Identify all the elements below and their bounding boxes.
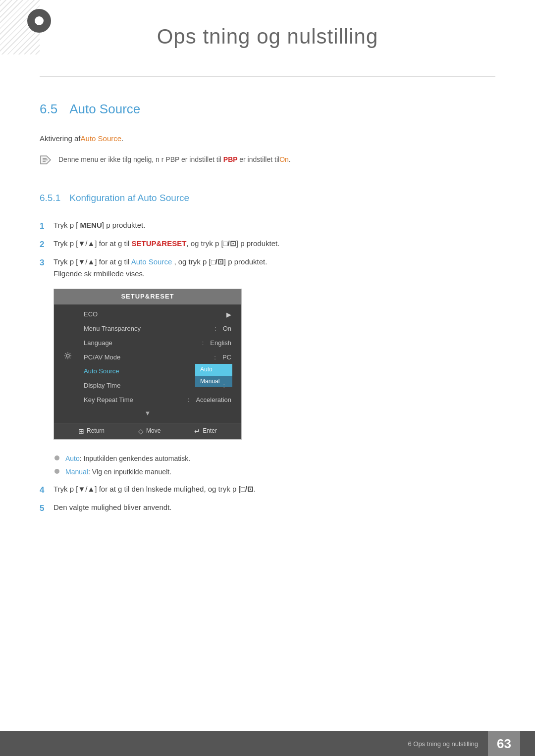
option-manual-label: Manual [65, 468, 88, 476]
menu-screenshot: SETUP&RESET ECO ▶ Menu Transparency : [54, 289, 242, 440]
step-3-highlight: Auto Source [131, 257, 172, 266]
note-on-highlight: On [279, 155, 289, 163]
title-underline [40, 76, 495, 77]
option-manual-bullet [54, 469, 59, 474]
intro-paragraph: Aktivering afAuto Source. [40, 133, 495, 145]
eco-arrow: ▶ [226, 309, 231, 320]
return-icon: ⊞ [78, 426, 84, 437]
note-box: Denne menu er ikke tilg ngelig, n r PBP … [40, 151, 495, 170]
menu-bottom-bar: ⊞ Return ◇ Move ↵ Enter [54, 423, 241, 439]
menu-row-keyrepeat: Key Repeat Time : Acceleration [54, 393, 241, 407]
enter-icon: ↵ [194, 426, 200, 437]
gear-icon [64, 352, 72, 363]
subsection-number: 6.5.1 [40, 193, 60, 203]
step-4: 4 Tryk p [▼/▲] for at g til den lnskede … [40, 483, 495, 497]
menu-row-displaytime: Display Time : [54, 379, 241, 393]
subsection-title: Konfiguration af Auto Source [69, 193, 189, 203]
note-text: Denne menu er ikke tilg ngelig, n r PBP … [58, 154, 291, 165]
note-icon [40, 155, 54, 166]
enter-label: Enter [203, 426, 217, 436]
step-4-content: Tryk p [▼/▲] for at g til den lnskede mu… [54, 483, 256, 495]
step-5-content: Den valgte mulighed bliver anvendt. [54, 502, 171, 513]
bottom-return: ⊞ Return [78, 426, 105, 437]
step-4-number: 4 [40, 483, 54, 497]
intro-text-after: . [121, 134, 123, 143]
popup-auto: Auto [195, 364, 232, 375]
return-label: Return [87, 426, 105, 436]
bottom-move: ◇ Move [138, 426, 160, 437]
step-1-key: MENU [78, 221, 102, 229]
scroll-down-arrow: ▼ [54, 407, 241, 420]
step-2-highlight: SETUP&RESET [132, 239, 187, 248]
steps-list: 1 Tryk p [ MENU] p produktet. 2 Tryk p [… [40, 219, 495, 449]
menu-row-language: Language : English [54, 336, 241, 351]
menu-body: ECO ▶ Menu Transparency : On Language [54, 304, 241, 422]
step-1: 1 Tryk p [ MENU] p produktet. [40, 219, 495, 233]
step-5: 5 Den valgte mulighed bliver anvendt. [40, 502, 495, 515]
bottom-enter: ↵ Enter [194, 426, 217, 437]
move-icon: ◇ [138, 426, 144, 437]
step-5-number: 5 [40, 502, 54, 515]
footer-text: 6 Ops tning og nulstilling [408, 740, 478, 748]
step-1-number: 1 [40, 219, 54, 233]
step-1-content: Tryk p [ MENU] p produktet. [54, 219, 145, 231]
section-title: Auto Source [69, 101, 140, 117]
step-2-number: 2 [40, 238, 54, 251]
step-2-content: Tryk p [▼/▲] for at g til SETUP&RESET, o… [54, 238, 279, 250]
page-footer: 6 Ops tning og nulstilling 63 [0, 731, 535, 756]
step-3-subtext: Fllgende sk rmbillede vises. [54, 269, 145, 278]
steps-list-2: 4 Tryk p [▼/▲] for at g til den lnskede … [40, 483, 495, 515]
option-auto-label: Auto [65, 454, 80, 462]
menu-screenshot-container: SETUP&RESET ECO ▶ Menu Transparency : [54, 289, 242, 440]
intro-highlight: Auto Source [81, 134, 122, 143]
option-auto-content: Auto: Inputkilden genkendes automatisk. [65, 454, 190, 464]
option-manual: Manual: Vlg en inputkilde manuelt. [54, 467, 495, 477]
menu-row-transparency: Menu Transparency : On [54, 322, 241, 336]
title-area: Ops tning og nulstilling [40, 10, 495, 77]
step-3: 3 Tryk p [▼/▲] for at g til Auto Source … [40, 256, 495, 449]
page-title: Ops tning og nulstilling [40, 10, 495, 73]
menu-title-bar: SETUP&RESET [54, 289, 241, 304]
intro-text-before: Aktivering af [40, 134, 81, 143]
move-label: Move [146, 426, 160, 436]
page-number: 63 [488, 731, 520, 756]
svg-point-3 [66, 354, 69, 357]
menu-row-eco: ECO ▶ [54, 307, 241, 322]
options-list: Auto: Inputkilden genkendes automatisk. … [54, 454, 495, 477]
step-3-number: 3 [40, 256, 54, 269]
step-3-content: Tryk p [▼/▲] for at g til Auto Source , … [54, 256, 267, 280]
option-auto: Auto: Inputkilden genkendes automatisk. [54, 454, 495, 464]
menu-row-pcav: PC/AV Mode : PC [54, 351, 241, 365]
option-auto-bullet [54, 455, 59, 460]
section-number: 6.5 [40, 101, 57, 117]
option-manual-content: Manual: Vlg en inputkilde manuelt. [65, 467, 171, 477]
note-pbp-highlight: PBP [221, 155, 239, 163]
menu-row-autosource: Auto Source : Auto Manual [54, 364, 241, 379]
step-2: 2 Tryk p [▼/▲] for at g til SETUP&RESET,… [40, 238, 495, 251]
